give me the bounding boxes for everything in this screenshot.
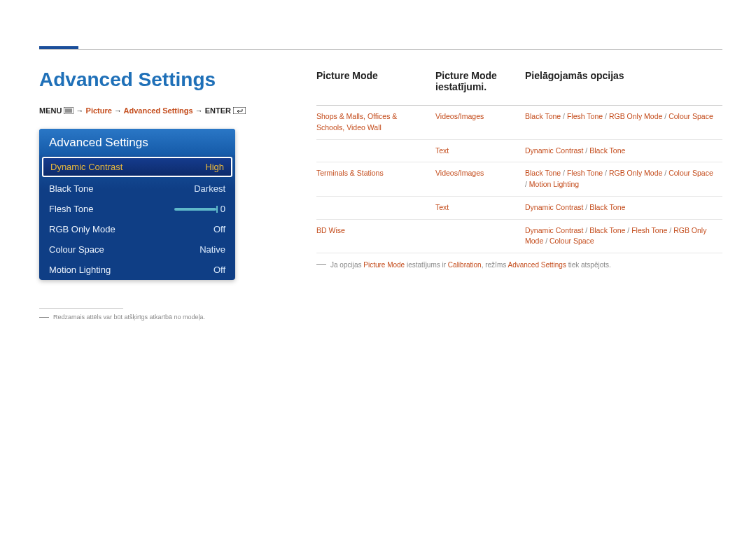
- osd-label: RGB Only Mode: [49, 224, 115, 234]
- table-row: TextDynamic Contrast / Black Tone: [316, 196, 722, 219]
- table-row: TextDynamic Contrast / Black Tone: [316, 139, 722, 162]
- osd-row-colour-space[interactable]: Colour Space Native: [39, 239, 235, 260]
- image-note-text: Redzamais attēls var būt atšķirīgs atkar…: [53, 314, 205, 321]
- cell-picture-mode: [316, 139, 435, 162]
- osd-title: Advanced Settings: [39, 129, 235, 155]
- cell-picture-mode: Shops & Malls, Offices & Schools, Video …: [316, 106, 435, 140]
- cell-picture-mode: BD Wise: [316, 219, 435, 253]
- breadcrumb-enter: ENTER: [205, 106, 231, 115]
- cell-picture-mode-setting: Text: [435, 196, 525, 219]
- breadcrumb: MENU → Picture → Advanced Settings → ENT…: [39, 106, 246, 115]
- osd-panel: Advanced Settings Dynamic Contrast High …: [39, 129, 235, 280]
- menu-icon: [64, 107, 74, 115]
- osd-value-wrap: 0: [174, 204, 225, 214]
- cell-adjustable-options: Black Tone / Flesh Tone / RGB Only Mode …: [525, 106, 722, 140]
- osd-label: Black Tone: [49, 183, 93, 194]
- cell-adjustable-options: Dynamic Contrast / Black Tone / Flesh To…: [525, 219, 722, 253]
- cell-adjustable-options: Black Tone / Flesh Tone / RGB Only Mode …: [525, 162, 722, 197]
- th-adjustable-options: Pielāgojamās opcijas: [525, 70, 722, 106]
- slider-track[interactable]: [174, 208, 216, 211]
- footnote-text: Ja opcijas Picture Mode iestatījums ir C…: [330, 260, 611, 270]
- osd-value: Off: [214, 224, 225, 234]
- svg-rect-4: [233, 107, 246, 114]
- table-row: BD WiseDynamic Contrast / Black Tone / F…: [316, 219, 722, 253]
- osd-value: High: [205, 162, 224, 172]
- osd-value: Off: [214, 265, 225, 275]
- breadcrumb-arrow-3: →: [195, 106, 203, 115]
- page-title: Advanced Settings: [39, 69, 216, 91]
- cell-picture-mode: [316, 196, 435, 219]
- dash-icon: ―: [316, 260, 326, 267]
- cell-picture-mode-setting: [435, 219, 525, 253]
- options-table: Picture Mode Picture Mode iestatījumi. P…: [316, 70, 722, 253]
- breadcrumb-arrow-1: →: [76, 106, 84, 115]
- osd-row-flesh-tone[interactable]: Flesh Tone 0: [39, 199, 235, 219]
- osd-label: Flesh Tone: [49, 204, 93, 214]
- breadcrumb-picture: Picture: [86, 106, 112, 115]
- osd-row-black-tone[interactable]: Black Tone Darkest: [39, 178, 235, 199]
- header-rule: [39, 49, 722, 50]
- osd-row-dynamic-contrast[interactable]: Dynamic Contrast High: [42, 157, 232, 177]
- th-picture-mode: Picture Mode: [316, 70, 435, 106]
- osd-row-rgb-only[interactable]: RGB Only Mode Off: [39, 219, 235, 239]
- osd-label: Colour Space: [49, 244, 104, 255]
- cell-picture-mode-setting: Videos/Images: [435, 162, 525, 197]
- table-row: Shops & Malls, Offices & Schools, Video …: [316, 106, 722, 140]
- cell-picture-mode-setting: Text: [435, 139, 525, 162]
- footnote: ― Ja opcijas Picture Mode iestatījums ir…: [316, 260, 722, 270]
- breadcrumb-menu: MENU: [39, 106, 62, 115]
- cell-picture-mode: Terminals & Stations: [316, 162, 435, 197]
- options-table-wrap: Picture Mode Picture Mode iestatījumi. P…: [316, 70, 722, 270]
- th-picture-mode-settings: Picture Mode iestatījumi.: [435, 70, 525, 106]
- cell-adjustable-options: Dynamic Contrast / Black Tone: [525, 139, 722, 162]
- osd-value: Native: [200, 244, 225, 255]
- dash-icon: ―: [39, 313, 49, 320]
- osd-value: Darkest: [194, 183, 225, 194]
- breadcrumb-advanced: Advanced Settings: [124, 106, 193, 115]
- options-table-body: Shops & Malls, Offices & Schools, Video …: [316, 106, 722, 253]
- osd-value: 0: [220, 204, 225, 214]
- cell-picture-mode-setting: Videos/Images: [435, 106, 525, 140]
- osd-row-motion-lighting[interactable]: Motion Lighting Off: [39, 260, 235, 280]
- table-row: Terminals & StationsVideos/ImagesBlack T…: [316, 162, 722, 197]
- osd-label: Dynamic Contrast: [50, 162, 122, 172]
- enter-icon: [233, 107, 246, 115]
- osd-label: Motion Lighting: [49, 265, 111, 275]
- image-note: ― Redzamais attēls var būt atšķirīgs atk…: [39, 314, 205, 321]
- cell-adjustable-options: Dynamic Contrast / Black Tone: [525, 196, 722, 219]
- breadcrumb-arrow-2: →: [114, 106, 122, 115]
- image-note-rule: [39, 308, 123, 309]
